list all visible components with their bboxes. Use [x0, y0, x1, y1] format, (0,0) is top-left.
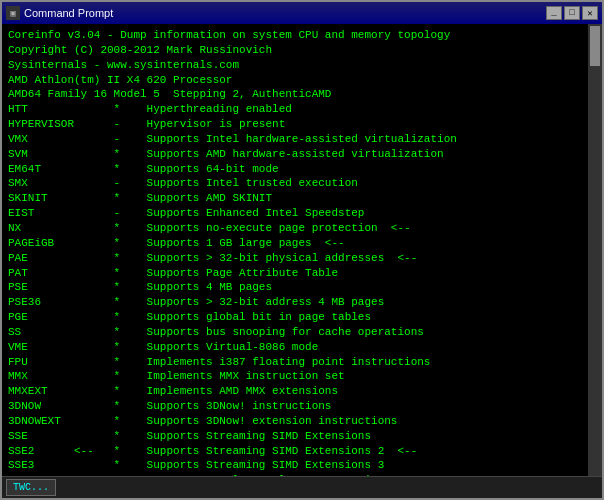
terminal-line: PSE36 * Supports > 32-bit address 4 MB p…	[8, 295, 596, 310]
scrollbar[interactable]	[588, 24, 602, 476]
terminal-line: SS * Supports bus snooping for cache ope…	[8, 325, 596, 340]
terminal-line: VMX - Supports Intel hardware-assisted v…	[8, 132, 596, 147]
taskbar: TWC...	[2, 476, 602, 498]
scrollbar-thumb[interactable]	[590, 26, 600, 66]
minimize-button[interactable]: _	[546, 6, 562, 20]
terminal-line: PGE * Supports global bit in page tables	[8, 310, 596, 325]
titlebar: ▣ Command Prompt _ □ ✕	[2, 2, 602, 24]
maximize-button[interactable]: □	[564, 6, 580, 20]
terminal-line: SMX - Supports Intel trusted execution	[8, 176, 596, 191]
terminal-line: NX * Supports no-execute page protection…	[8, 221, 596, 236]
close-button[interactable]: ✕	[582, 6, 598, 20]
terminal-output: Coreinfo v3.04 - Dump information on sys…	[8, 28, 596, 476]
terminal-line: PAT * Supports Page Attribute Table	[8, 266, 596, 281]
terminal-line: EIST - Supports Enhanced Intel Speedstep	[8, 206, 596, 221]
terminal-content: Coreinfo v3.04 - Dump information on sys…	[2, 24, 602, 476]
cmd-icon: ▣	[10, 8, 15, 19]
terminal-line: SSE2 <-- * Supports Streaming SIMD Exten…	[8, 444, 596, 459]
terminal-line: HYPERVISOR - Hypervisor is present	[8, 117, 596, 132]
terminal-line: MMX * Implements MMX instruction set	[8, 369, 596, 384]
titlebar-icon: ▣	[6, 6, 20, 20]
terminal-line: SSE3 * Supports Streaming SIMD Extension…	[8, 458, 596, 473]
titlebar-title: Command Prompt	[24, 7, 546, 19]
terminal-line: Copyright (C) 2008-2012 Mark Russinovich	[8, 43, 596, 58]
terminal-line: Sysinternals - www.sysinternals.com	[8, 58, 596, 73]
terminal-line: PAE * Supports > 32-bit physical address…	[8, 251, 596, 266]
terminal-line: SKINIT * Supports AMD SKINIT	[8, 191, 596, 206]
terminal-line: 3DNOW * Supports 3DNow! instructions	[8, 399, 596, 414]
terminal-line: MMXEXT * Implements AMD MMX extensions	[8, 384, 596, 399]
terminal-line: HTT * Hyperthreading enabled	[8, 102, 596, 117]
terminal-line: 3DNOWEXT * Supports 3DNow! extension ins…	[8, 414, 596, 429]
terminal-line: PSE * Supports 4 MB pages	[8, 280, 596, 295]
terminal-line: PAGEiGB * Supports 1 GB large pages <--	[8, 236, 596, 251]
titlebar-buttons: _ □ ✕	[546, 6, 598, 20]
terminal-line: EM64T * Supports 64-bit mode	[8, 162, 596, 177]
terminal-line: FPU * Implements i387 floating point ins…	[8, 355, 596, 370]
terminal-line: AMD Athlon(tm) II X4 620 Processor	[8, 73, 596, 88]
terminal-line: SSE * Supports Streaming SIMD Extensions	[8, 429, 596, 444]
command-prompt-window: ▣ Command Prompt _ □ ✕ Coreinfo v3.04 - …	[0, 0, 604, 500]
terminal-line: SSSE3 - Supports Supplemental SIMD Exten…	[8, 473, 596, 476]
terminal-line: VME * Supports Virtual-8086 mode	[8, 340, 596, 355]
terminal-line: Coreinfo v3.04 - Dump information on sys…	[8, 28, 596, 43]
terminal-line: SVM * Supports AMD hardware-assisted vir…	[8, 147, 596, 162]
taskbar-button[interactable]: TWC...	[6, 479, 56, 496]
terminal-line: AMD64 Family 16 Model 5 Stepping 2, Auth…	[8, 87, 596, 102]
